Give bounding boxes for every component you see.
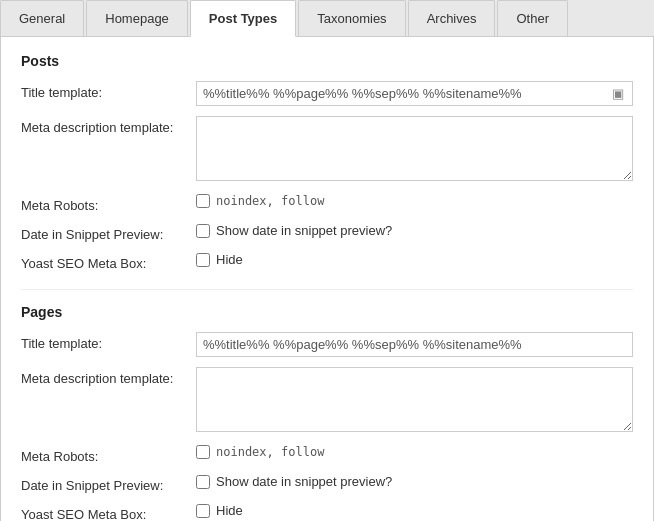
posts-date-snippet-checkbox[interactable] bbox=[196, 224, 210, 238]
posts-meta-robots-checkbox-row: noindex, follow bbox=[196, 194, 633, 208]
tab-general[interactable]: General bbox=[0, 0, 84, 36]
pages-yoast-checkbox-row: Hide bbox=[196, 503, 633, 518]
tab-archives[interactable]: Archives bbox=[408, 0, 496, 36]
posts-meta-desc-row: Meta description template: bbox=[21, 116, 633, 184]
posts-date-snippet-wrapper: Show date in snippet preview? bbox=[196, 223, 633, 238]
pages-yoast-row: Yoast SEO Meta Box: Hide bbox=[21, 503, 633, 521]
tab-homepage[interactable]: Homepage bbox=[86, 0, 188, 36]
pages-meta-desc-label: Meta description template: bbox=[21, 367, 196, 386]
posts-yoast-wrapper: Hide bbox=[196, 252, 633, 267]
posts-meta-desc-label: Meta description template: bbox=[21, 116, 196, 135]
pages-yoast-value: Hide bbox=[216, 503, 243, 518]
tab-taxonomies[interactable]: Taxonomies bbox=[298, 0, 405, 36]
pages-date-snippet-checkbox-row: Show date in snippet preview? bbox=[196, 474, 633, 489]
pages-yoast-wrapper: Hide bbox=[196, 503, 633, 518]
posts-title-label: Title template: bbox=[21, 81, 196, 100]
pages-date-snippet-value: Show date in snippet preview? bbox=[216, 474, 392, 489]
tab-post-types[interactable]: Post Types bbox=[190, 0, 296, 37]
posts-meta-robots-label: Meta Robots: bbox=[21, 194, 196, 213]
pages-meta-robots-checkbox-row: noindex, follow bbox=[196, 445, 633, 459]
pages-date-snippet-wrapper: Show date in snippet preview? bbox=[196, 474, 633, 489]
pages-yoast-checkbox[interactable] bbox=[196, 504, 210, 518]
pages-title-value: %%title%% %%page%% %%sep%% %%sitename%% bbox=[203, 337, 626, 352]
posts-title-row: Title template: %%title%% %%page%% %%sep… bbox=[21, 81, 633, 106]
pages-title-label: Title template: bbox=[21, 332, 196, 351]
pages-date-snippet-checkbox[interactable] bbox=[196, 475, 210, 489]
pages-meta-robots-label: Meta Robots: bbox=[21, 445, 196, 464]
posts-date-snippet-value: Show date in snippet preview? bbox=[216, 223, 392, 238]
posts-yoast-row: Yoast SEO Meta Box: Hide bbox=[21, 252, 633, 271]
pages-meta-desc-textarea[interactable] bbox=[196, 367, 633, 432]
posts-yoast-checkbox-row: Hide bbox=[196, 252, 633, 267]
posts-meta-desc-wrapper bbox=[196, 116, 633, 184]
posts-section: Posts Title template: %%title%% %%page%%… bbox=[21, 53, 633, 271]
pages-meta-desc-row: Meta description template: bbox=[21, 367, 633, 435]
tab-bar: General Homepage Post Types Taxonomies A… bbox=[0, 0, 654, 37]
posts-meta-desc-textarea[interactable] bbox=[196, 116, 633, 181]
pages-title-field-wrapper: %%title%% %%page%% %%sep%% %%sitename%% bbox=[196, 332, 633, 357]
pages-yoast-label: Yoast SEO Meta Box: bbox=[21, 503, 196, 521]
posts-yoast-value: Hide bbox=[216, 252, 243, 267]
pages-meta-robots-row: Meta Robots: noindex, follow bbox=[21, 445, 633, 464]
posts-date-snippet-checkbox-row: Show date in snippet preview? bbox=[196, 223, 633, 238]
pages-section-title: Pages bbox=[21, 304, 633, 320]
pages-date-snippet-row: Date in Snippet Preview: Show date in sn… bbox=[21, 474, 633, 493]
insert-tag-icon[interactable]: ▣ bbox=[610, 86, 626, 101]
pages-title-input[interactable]: %%title%% %%page%% %%sep%% %%sitename%% bbox=[196, 332, 633, 357]
pages-title-row: Title template: %%title%% %%page%% %%sep… bbox=[21, 332, 633, 357]
pages-meta-robots-checkbox[interactable] bbox=[196, 445, 210, 459]
tabs-container: General Homepage Post Types Taxonomies A… bbox=[0, 0, 654, 37]
posts-meta-robots-checkbox[interactable] bbox=[196, 194, 210, 208]
pages-meta-robots-wrapper: noindex, follow bbox=[196, 445, 633, 459]
posts-date-snippet-row: Date in Snippet Preview: Show date in sn… bbox=[21, 223, 633, 242]
posts-meta-robots-wrapper: noindex, follow bbox=[196, 194, 633, 208]
posts-meta-robots-value: noindex, follow bbox=[216, 194, 324, 208]
posts-title-field-wrapper: %%title%% %%page%% %%sep%% %%sitename%% … bbox=[196, 81, 633, 106]
pages-meta-robots-value: noindex, follow bbox=[216, 445, 324, 459]
posts-yoast-label: Yoast SEO Meta Box: bbox=[21, 252, 196, 271]
posts-yoast-checkbox[interactable] bbox=[196, 253, 210, 267]
pages-meta-desc-wrapper bbox=[196, 367, 633, 435]
pages-date-snippet-label: Date in Snippet Preview: bbox=[21, 474, 196, 493]
main-content: Posts Title template: %%title%% %%page%%… bbox=[0, 37, 654, 521]
tab-other[interactable]: Other bbox=[497, 0, 568, 36]
posts-title-input[interactable]: %%title%% %%page%% %%sep%% %%sitename%% … bbox=[196, 81, 633, 106]
pages-section: Pages Title template: %%title%% %%page%%… bbox=[21, 304, 633, 521]
posts-section-title: Posts bbox=[21, 53, 633, 69]
posts-date-snippet-label: Date in Snippet Preview: bbox=[21, 223, 196, 242]
section-divider bbox=[21, 289, 633, 290]
posts-meta-robots-row: Meta Robots: noindex, follow bbox=[21, 194, 633, 213]
posts-title-value: %%title%% %%page%% %%sep%% %%sitename%% bbox=[203, 86, 610, 101]
